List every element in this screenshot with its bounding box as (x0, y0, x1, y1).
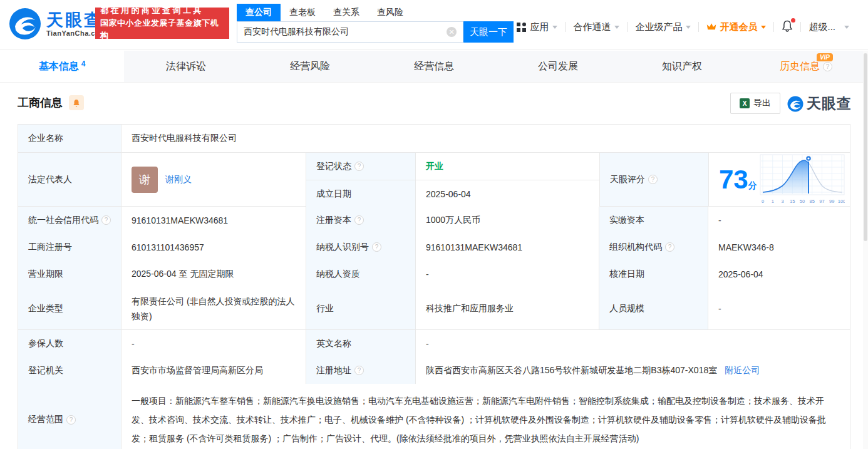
help-icon[interactable]: ? (372, 242, 381, 252)
label-text: 统一社会信用代码 (28, 215, 98, 226)
label-text: 注册地址 (316, 365, 351, 376)
svg-text:0: 0 (762, 199, 764, 204)
nav-enterprise[interactable]: 企业级产品 (628, 21, 698, 33)
detail-tabs: 基本信息 4 法律诉讼 经营风险 经营信息 公司发展 知识产权 VIP 历史信息… (0, 51, 868, 83)
english-name-value: - (416, 330, 850, 357)
logo-swirl-icon (9, 8, 41, 40)
org-code-label: 组织机构代码 ? (599, 234, 708, 261)
clear-search-icon[interactable]: ✕ (447, 27, 457, 37)
table-row: 统一社会信用代码 ? 91610131MAEKW34681 注册资本 ? 100… (18, 207, 850, 234)
reg-authority-value: 西安市市场监督管理局高新区分局 (121, 357, 306, 384)
svg-text:99: 99 (829, 199, 834, 204)
reg-status-label: 登记状态 ? (306, 153, 416, 180)
taxpayer-quality-label: 纳税人资质 (306, 261, 416, 287)
help-icon[interactable]: ? (354, 162, 364, 171)
help-icon[interactable]: ? (648, 175, 658, 184)
credit-code-label: 统一社会信用代码 ? (18, 207, 121, 234)
help-icon[interactable]: ? (101, 215, 111, 225)
export-button[interactable]: X 导出 (730, 93, 780, 114)
establish-date-label: 成立日期 (306, 180, 416, 207)
tab-business-risk[interactable]: 经营风险 (248, 51, 372, 82)
table-row: 工商注册号 610131101436957 纳税人识别号 ? 91610131M… (18, 234, 850, 261)
notification-bell-icon[interactable] (774, 20, 800, 34)
table-row: 企业名称 西安时代电服科技有限公司 (18, 125, 850, 153)
tab-legal-lawsuits[interactable]: 法律诉讼 (124, 51, 248, 82)
tianyancha-logo[interactable]: 天眼查 TianYanCha.com (9, 8, 106, 40)
tab-history-info[interactable]: VIP 历史信息 ? (744, 51, 868, 82)
credit-code-value: 91610131MAEKW34681 (121, 207, 306, 234)
tab-label: 经营信息 (414, 60, 454, 73)
reg-status-value: 开业 (416, 153, 599, 180)
reg-authority-label: 登记机关 (18, 357, 121, 384)
approval-date-label: 核准日期 (599, 261, 708, 287)
tab-label: 公司发展 (538, 60, 578, 73)
scrollbar[interactable] (863, 51, 868, 449)
apps-grid-icon (517, 23, 526, 32)
crown-icon (706, 23, 716, 31)
export-label: 导出 (753, 98, 771, 109)
search-button[interactable]: 天眼一下 (463, 21, 514, 43)
help-icon[interactable]: ? (354, 366, 364, 375)
nav-apps-label: 应用 (530, 21, 549, 33)
paid-capital-value: - (708, 207, 850, 234)
label-text: 登记状态 (316, 161, 351, 172)
tab-label: 基本信息 (39, 60, 79, 73)
company-name-label: 企业名称 (18, 125, 121, 152)
search-tab-relation[interactable]: 查关系 (324, 4, 368, 21)
search-tab-risk[interactable]: 查风险 (368, 4, 412, 21)
score-label: 天眼评分 ? (600, 153, 709, 206)
label-text: 组织机构代码 (609, 242, 662, 253)
reg-capital-label: 注册资本 ? (306, 207, 416, 234)
monitor-bell-icon[interactable] (69, 95, 84, 110)
nearby-companies-link[interactable]: 附近公司 (725, 365, 760, 376)
avatar[interactable]: 谢 (132, 167, 158, 193)
industry-value: 科技推广和应用服务业 (416, 287, 599, 329)
help-icon[interactable]: ? (823, 62, 832, 71)
watermark-brand: 天眼查 (807, 94, 852, 113)
nav-vip-label: 开通会员 (720, 21, 757, 33)
score-unit: 分 (748, 180, 757, 190)
tab-basic-info[interactable]: 基本信息 4 (0, 51, 124, 82)
chevron-down-icon (552, 26, 557, 29)
help-icon[interactable]: ? (665, 242, 674, 252)
taxpayer-id-label: 纳税人识别号 ? (306, 234, 416, 261)
scrollbar-thumb[interactable] (864, 53, 867, 241)
help-icon[interactable]: ? (354, 215, 364, 225)
help-icon[interactable]: ? (66, 415, 76, 425)
svg-text:97: 97 (819, 199, 824, 204)
insured-count-value: - (121, 330, 306, 357)
legal-rep-cell: 谢 谢刚义 (121, 153, 306, 206)
slogan-banner: 都在用的商业查询工具 国家中小企业发展子基金旗下机构 (95, 8, 229, 39)
tab-intellectual-property[interactable]: 知识产权 (620, 51, 744, 82)
tab-company-development[interactable]: 公司发展 (496, 51, 620, 82)
slogan-line1: 都在用的商业查询工具 (100, 4, 224, 17)
legal-rep-link[interactable]: 谢刚义 (165, 174, 192, 185)
nav-partner[interactable]: 合作通道 (566, 21, 627, 33)
nav-super-vip[interactable]: 超级... (801, 21, 857, 33)
status-date-stack: 登记状态 ? 开业 成立日期 2025-06-04 (306, 153, 600, 206)
score-distribution-chart[interactable]: 0131550859799100 (760, 153, 845, 206)
table-row: 登记状态 ? 开业 (306, 153, 599, 180)
search-tab-company[interactable]: 查公司 (237, 4, 281, 21)
company-name-value: 西安时代电服科技有限公司 (121, 125, 850, 152)
nav-super-label: 超级... (809, 21, 835, 33)
search-input[interactable] (244, 27, 447, 37)
svg-text:85: 85 (810, 199, 815, 204)
nav-vip-upgrade[interactable]: 开通会员 (699, 21, 773, 33)
label-text: 注册资本 (316, 215, 351, 226)
table-row: 经营范围 ? 一般项目：新能源汽车整车销售；新能源汽车换电设施销售；电动汽车充电… (18, 384, 850, 449)
svg-text:15: 15 (790, 199, 795, 204)
section-title: 工商信息 (18, 95, 63, 110)
svg-text:50: 50 (800, 199, 805, 204)
section-header: 工商信息 X 导出 天眼查 (0, 83, 868, 124)
score-cell: 73分 (709, 153, 850, 206)
table-row: 登记机关 西安市市场监督管理局高新区分局 注册地址 ? 陕西省西安市高新区天谷八… (18, 357, 850, 384)
watermark-logo: 天眼查 (787, 94, 852, 113)
insured-count-label: 参保人数 (18, 330, 121, 357)
search-tab-boss[interactable]: 查老板 (281, 4, 324, 21)
industry-label: 行业 (306, 287, 416, 329)
nav-apps[interactable]: 应用 (509, 21, 565, 33)
staff-size-value: - (708, 287, 850, 329)
tab-business-info[interactable]: 经营信息 (372, 51, 496, 82)
business-scope-label: 经营范围 ? (18, 384, 121, 449)
